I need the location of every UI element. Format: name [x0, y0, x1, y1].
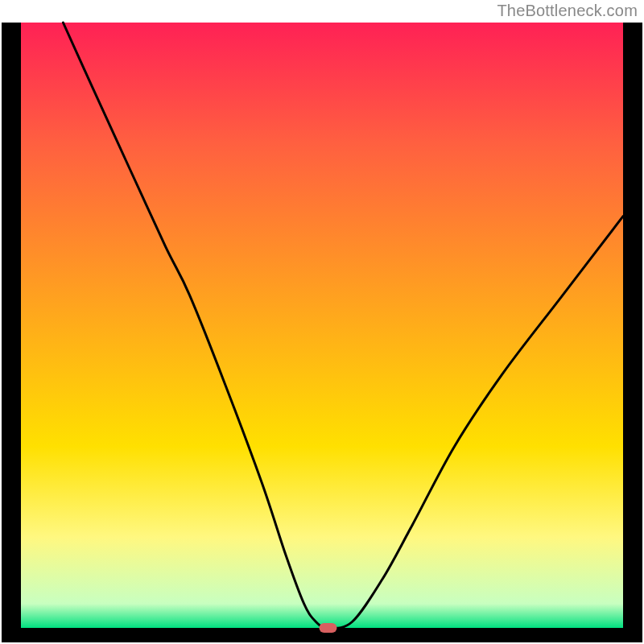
frame-side — [2, 23, 21, 642]
optimal-marker — [319, 623, 336, 633]
frame-side — [623, 23, 642, 642]
chart-svg — [0, 0, 644, 644]
attribution-text: TheBottleneck.com — [497, 2, 638, 20]
plot-background — [21, 23, 623, 628]
bottleneck-chart — [0, 0, 644, 644]
